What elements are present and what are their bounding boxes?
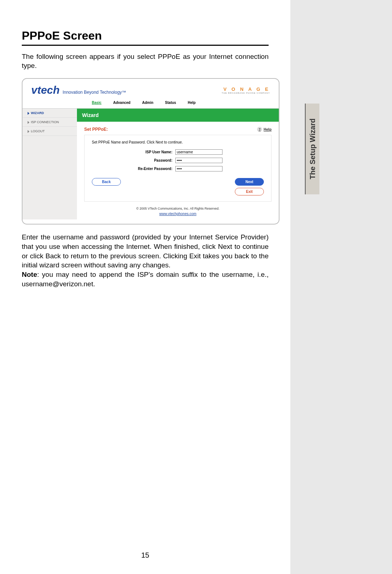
wizard-header: Wizard bbox=[77, 109, 279, 122]
back-button[interactable]: Back bbox=[92, 178, 121, 186]
username-label: ISP User Name: bbox=[92, 150, 175, 154]
arrow-icon bbox=[28, 121, 29, 124]
sidebar-label: WIZARD bbox=[31, 111, 44, 115]
page-number: 15 bbox=[0, 551, 290, 559]
nav-status[interactable]: Status bbox=[159, 98, 182, 107]
vonage-logo: V O N A G E bbox=[222, 86, 270, 92]
instruction-paragraph: Enter the username and password (provide… bbox=[22, 233, 269, 288]
screenshot-frame: vtech Innovation Beyond Technology™ V O … bbox=[22, 78, 279, 225]
sidebar-label: LOGOUT bbox=[31, 129, 45, 133]
help-label: Help bbox=[264, 128, 271, 132]
nav-advanced[interactable]: Advanced bbox=[107, 98, 136, 107]
password-label: Password: bbox=[92, 158, 175, 162]
brand-tagline: Innovation Beyond Technology™ bbox=[62, 90, 126, 95]
repassword-label: Re-Enter Password: bbox=[92, 167, 175, 171]
top-nav: Basic Advanced Admin Status Help bbox=[23, 98, 279, 107]
sidebar-item-wizard[interactable]: WIZARD bbox=[23, 109, 77, 118]
help-link[interactable]: ?Help bbox=[257, 127, 271, 132]
sidebar-label: ISP CONNECTION bbox=[31, 120, 59, 124]
intro-text: The following screen appears if you sele… bbox=[22, 52, 269, 70]
nav-help[interactable]: Help bbox=[182, 98, 201, 107]
sidebar-item-logout[interactable]: LOGOUT bbox=[23, 127, 77, 136]
repassword-input[interactable] bbox=[175, 166, 222, 171]
section-title: Set PPPoE: bbox=[84, 127, 108, 132]
exit-button[interactable]: Exit bbox=[235, 188, 264, 195]
chapter-tab: The Setup Wizard bbox=[305, 104, 319, 194]
copyright-text: © 2005 VTech Communications, Inc. All Ri… bbox=[84, 207, 271, 210]
form-instruction: Set PPPoE Name and Password. Click Next … bbox=[92, 140, 264, 144]
next-button[interactable]: Next bbox=[235, 178, 264, 186]
sidebar-item-isp[interactable]: ISP CONNECTION bbox=[23, 118, 77, 127]
page-title: PPPoE Screen bbox=[22, 29, 269, 46]
question-icon: ? bbox=[257, 127, 262, 132]
password-input[interactable] bbox=[175, 158, 222, 163]
arrow-icon bbox=[28, 112, 29, 115]
nav-admin[interactable]: Admin bbox=[136, 98, 159, 107]
vtech-logo: vtech bbox=[31, 84, 60, 96]
arrow-icon bbox=[28, 130, 29, 133]
username-input[interactable] bbox=[175, 149, 222, 155]
nav-basic[interactable]: Basic bbox=[86, 98, 107, 107]
sidebar: WIZARD ISP CONNECTION LOGOUT bbox=[23, 109, 77, 219]
footer-link[interactable]: www.vtechphones.com bbox=[84, 212, 271, 216]
vonage-subtitle: THE BROADBAND PHONE COMPANY bbox=[222, 92, 270, 94]
